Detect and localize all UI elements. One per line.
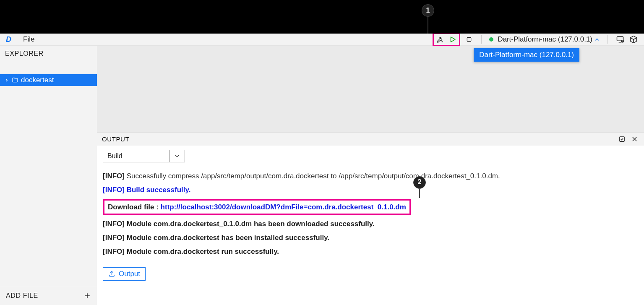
divider — [481, 35, 482, 44]
log-line: [INFO] Module com.dra.dockertest has bee… — [103, 233, 638, 243]
log-line-success: [INFO] Build successfully. — [103, 185, 638, 195]
output-panel-title: OUTPUT — [102, 136, 129, 143]
stop-icon[interactable] — [464, 35, 474, 44]
log-info-tag: [INFO] — [103, 172, 125, 180]
download-prefix: Download file : — [108, 203, 161, 211]
file-menu[interactable]: File — [21, 34, 37, 44]
close-icon[interactable] — [630, 135, 639, 144]
export-icon — [108, 270, 115, 277]
log-area: [INFO] Successfully compress /app/src/te… — [97, 166, 644, 264]
platform-selector[interactable]: Dart-Platform-mac (127.0.0.1) — [489, 35, 600, 44]
app-window: D File — [0, 34, 644, 305]
annotation-badge-2: 2 — [413, 176, 426, 189]
log-line: [INFO] Module com.dra.dockertest_0.1.0.d… — [103, 219, 638, 229]
status-dot-icon — [489, 37, 493, 42]
cube-icon[interactable] — [629, 35, 638, 44]
svg-rect-9 — [619, 137, 624, 141]
main-area: Dart-Platform-mac (127.0.0.1) OUTPUT Bui… — [97, 46, 644, 305]
output-button-label: Output — [119, 270, 140, 278]
log-line: [INFO] Module com.dra.dockertest run suc… — [103, 247, 638, 257]
download-highlight: Download file : http://localhost:3002/do… — [103, 199, 411, 216]
chevron-up-icon — [594, 36, 600, 42]
monitor-icon[interactable] — [615, 35, 625, 44]
menubar: D File — [0, 34, 644, 46]
chevron-right-icon — [4, 78, 9, 83]
log-line-download: Download file : http://localhost:3002/do… — [103, 199, 638, 216]
checkbox-icon[interactable] — [617, 135, 626, 144]
tree-item-dockertest[interactable]: dockertest — [0, 74, 97, 86]
svg-marker-0 — [451, 37, 456, 42]
toolbar-right: Dart-Platform-mac (127.0.0.1) — [433, 33, 641, 46]
file-tree: dockertest — [0, 74, 97, 86]
output-button[interactable]: Output — [103, 267, 146, 281]
output-panel: OUTPUT Build — [97, 132, 644, 305]
divider — [607, 35, 608, 44]
tools-icon[interactable] — [435, 35, 445, 44]
platform-label: Dart-Platform-mac (127.0.0.1) — [498, 35, 592, 44]
output-channel-select[interactable]: Build — [103, 150, 644, 162]
download-link[interactable]: http://localhost:3002/downloadDM?dmFile=… — [161, 203, 406, 211]
output-footer: Output — [97, 264, 644, 285]
add-file-label: ADD FILE — [6, 292, 38, 300]
sidebar: EXPLORER dockertest ADD FILE — [0, 46, 97, 305]
svg-rect-1 — [467, 37, 471, 41]
plus-icon — [83, 292, 91, 300]
chevron-down-icon — [169, 150, 185, 162]
tree-item-label: dockertest — [21, 76, 54, 84]
log-line: [INFO] Successfully compress /app/src/te… — [103, 171, 638, 181]
explorer-header: EXPLORER — [0, 46, 97, 62]
add-file-bar[interactable]: ADD FILE — [0, 286, 97, 305]
play-icon[interactable] — [448, 35, 457, 44]
output-channel-value: Build — [103, 150, 169, 162]
app-logo: D — [3, 35, 14, 44]
run-tools-highlight — [433, 33, 460, 46]
annotation-badge-1: 1 — [422, 4, 434, 17]
annotation-top-bar: 1 — [0, 0, 644, 34]
log-text: Successfully compress /app/src/temp/outp… — [125, 172, 500, 180]
output-panel-header: OUTPUT — [97, 132, 644, 146]
platform-dropdown-item[interactable]: Dart-Platform-mac (127.0.0.1) — [474, 48, 579, 62]
folder-icon — [12, 77, 18, 83]
